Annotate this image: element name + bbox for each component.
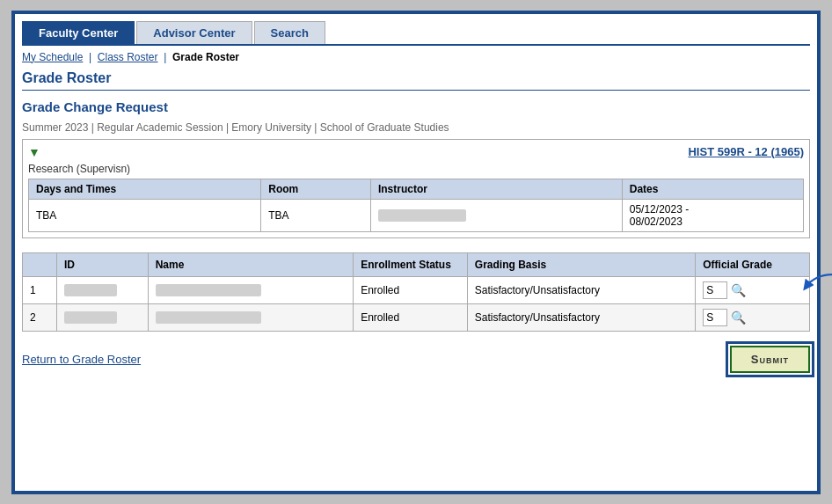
bottom-bar: Return to Grade Roster Submit [22, 346, 810, 373]
col-days-times: Days and Times [29, 179, 261, 199]
grade-lookup-icon-2[interactable]: 🔍 [731, 310, 746, 325]
breadcrumb-current: Grade Roster [172, 51, 239, 63]
tab-bar: Faculty Center Advisor Center Search [22, 21, 810, 46]
row-name-2 [148, 303, 353, 331]
row-id-1 [56, 276, 148, 303]
course-row: TBA TBA 05/12/2023 -08/02/2023 [29, 199, 804, 231]
tab-faculty-center[interactable]: Faculty Center [22, 21, 135, 44]
student-name-blurred-1 [156, 284, 261, 296]
breadcrumb: My Schedule | Class Roster | Grade Roste… [22, 51, 810, 63]
course-details-table: Days and Times Room Instructor Dates TBA… [28, 179, 804, 232]
grade-input-2[interactable] [703, 309, 727, 326]
breadcrumb-my-schedule[interactable]: My Schedule [22, 51, 83, 63]
student-row-1: 1 Enrolled Satisfactory/Unsatisfactory 🔍 [23, 276, 810, 303]
instructor-name-blurred [378, 209, 466, 222]
row-grade-2: 🔍 [696, 303, 810, 331]
row-enrollment-2: Enrolled [354, 303, 468, 331]
blue-arrow-annotation [793, 273, 832, 299]
student-row-2: 2 Enrolled Satisfactory/Unsatisfactory 🔍 [23, 303, 810, 331]
col-dates: Dates [622, 179, 803, 199]
col-room: Room [261, 179, 371, 199]
col-id: ID [56, 252, 148, 276]
row-num-1: 1 [23, 276, 57, 303]
cell-instructor [370, 199, 622, 231]
dropdown-arrow-icon[interactable]: ▼ [28, 145, 40, 159]
col-enrollment-status: Enrollment Status [354, 252, 468, 276]
grade-input-1[interactable] [703, 281, 727, 299]
grade-lookup-icon-1[interactable]: 🔍 [731, 283, 746, 297]
col-num [23, 252, 57, 276]
row-enrollment-1: Enrolled [354, 276, 468, 303]
section-title: Grade Change Request [22, 99, 810, 114]
session-info: Summer 2023 | Regular Academic Session |… [22, 121, 810, 134]
course-card: ▼ HIST 599R - 12 (1965) Research (Superv… [22, 139, 810, 238]
row-name-1 [148, 276, 353, 303]
col-name: Name [148, 252, 353, 276]
student-id-blurred-1 [64, 284, 117, 296]
submit-button[interactable]: Submit [730, 346, 810, 373]
row-id-2 [56, 303, 148, 331]
col-grading-basis: Grading Basis [467, 252, 695, 276]
cell-room: TBA [261, 199, 371, 231]
page-title: Grade Roster [22, 70, 810, 91]
tab-advisor-center[interactable]: Advisor Center [136, 21, 252, 44]
student-name-blurred-2 [156, 311, 261, 324]
row-grade-1: 🔍 [696, 276, 810, 303]
student-id-blurred-2 [64, 311, 117, 324]
cell-dates: 05/12/2023 -08/02/2023 [622, 199, 803, 231]
tab-search[interactable]: Search [254, 21, 325, 44]
return-to-grade-roster-link[interactable]: Return to Grade Roster [22, 353, 141, 366]
row-grading-basis-2: Satisfactory/Unsatisfactory [467, 303, 695, 331]
col-instructor: Instructor [370, 179, 622, 199]
row-grading-basis-1: Satisfactory/Unsatisfactory [467, 276, 695, 303]
row-num-2: 2 [23, 303, 57, 331]
course-card-header: ▼ HIST 599R - 12 (1965) [28, 145, 804, 159]
main-container: Faculty Center Advisor Center Search My … [11, 11, 821, 494]
breadcrumb-class-roster[interactable]: Class Roster [98, 51, 158, 63]
course-subtitle: Research (Supervisn) [28, 163, 804, 175]
students-table: ID Name Enrollment Status Grading Basis … [22, 252, 810, 332]
cell-days-times: TBA [29, 199, 261, 231]
course-link[interactable]: HIST 599R - 12 (1965) [688, 145, 804, 158]
